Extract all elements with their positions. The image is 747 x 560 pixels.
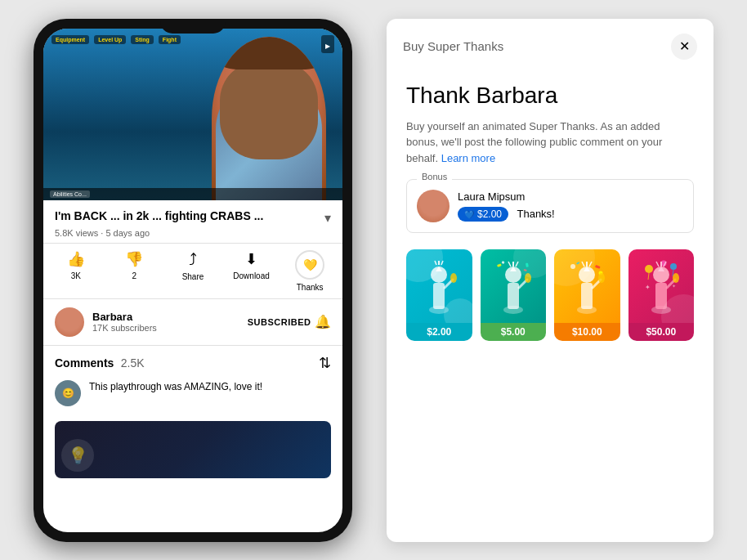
bonus-box: Bonus Laura Mipsum 💙 $2.00 Thanks! <box>406 179 694 233</box>
price-card-10-image <box>554 249 620 323</box>
card-1-decoration <box>406 249 472 323</box>
bonus-amount-text: $2.00 <box>477 208 502 220</box>
dec-circle-5 <box>554 249 595 286</box>
phone-notch <box>160 19 226 34</box>
game-tag-fight: Fight <box>159 35 181 44</box>
dec-circle-2 <box>444 298 472 323</box>
comments-title-row: Comments 2.5K <box>55 356 145 370</box>
card-3-decoration <box>554 249 620 323</box>
price-tag-50: $50.00 <box>628 323 695 341</box>
share-button[interactable]: ⤴ Share <box>172 250 213 292</box>
like-button[interactable]: 👍 3K <box>56 250 96 292</box>
video-logo-text: ▶ <box>325 43 330 50</box>
card-2-decoration <box>481 249 547 323</box>
video-bottom-bar: Abilities Co... <box>43 188 342 200</box>
bonus-heart-icon: 💙 <box>464 210 474 219</box>
dec-circle-3 <box>513 249 546 278</box>
bonus-username: Laura Mipsum <box>458 190 683 203</box>
next-video-icon: 💡 <box>68 446 88 465</box>
download-label: Download <box>233 271 269 280</box>
price-card-2[interactable]: $2.00 <box>406 249 472 341</box>
bonus-right: Laura Mipsum 💙 $2.00 Thanks! <box>458 190 683 222</box>
price-card-5[interactable]: $5.00 <box>481 249 547 341</box>
thanks-circle: 💛 <box>295 250 324 280</box>
channel-row: Barbara 17K subscribers SUBSCRIBED 🔔 <box>43 299 342 346</box>
chevron-down-icon[interactable]: ▾ <box>324 210 331 226</box>
share-icon: ⤴ <box>189 250 197 269</box>
comments-section: Comments 2.5K ⇅ 😊 This playthrough was A… <box>43 346 342 414</box>
dec-circle-1 <box>406 249 443 282</box>
video-thumbnail[interactable]: Equipment Level Up Sting Fight Abilities… <box>43 29 342 200</box>
avatar-image <box>55 307 84 337</box>
bonus-row: 💙 $2.00 Thanks! <box>458 206 683 222</box>
comments-header: Comments 2.5K ⇅ <box>55 354 331 372</box>
game-tag-equipment: Equipment <box>51 35 89 44</box>
subscribe-button[interactable]: SUBSCRIBED 🔔 <box>248 314 331 329</box>
subscribed-label: SUBSCRIBED <box>248 317 311 327</box>
person-hair <box>220 37 322 69</box>
video-person <box>212 37 326 200</box>
share-label: Share <box>182 272 204 281</box>
comment-item: 😊 This playthrough was AMAZING, love it! <box>55 380 331 406</box>
channel-info: Barbara 17K subscribers <box>92 311 248 333</box>
bonus-content: Laura Mipsum 💙 $2.00 Thanks! <box>417 190 683 222</box>
bonus-message-text: Thanks! <box>517 208 554 220</box>
next-video-thumbnail[interactable]: 💡 <box>55 421 331 478</box>
comments-count: 2.5K <box>121 356 145 370</box>
thumbs-down-icon: 👎 <box>125 250 143 268</box>
comment-avatar-icon: 😊 <box>62 388 74 399</box>
bonus-label: Bonus <box>417 172 452 181</box>
download-button[interactable]: ⬇ Download <box>231 250 272 292</box>
price-card-2-image <box>406 249 472 323</box>
bell-icon[interactable]: 🔔 <box>315 314 332 329</box>
thumbs-up-icon: 👍 <box>67 250 85 268</box>
thank-heading: Thank Barbara <box>406 83 694 109</box>
video-meta: 5.8K views · 5 days ago <box>55 228 331 238</box>
thanks-heart-icon: 💛 <box>303 258 317 271</box>
bonus-avatar-image <box>417 190 450 222</box>
learn-more-link[interactable]: Learn more <box>441 152 495 164</box>
scene: Equipment Level Up Sting Fight Abilities… <box>0 0 747 560</box>
card-4-decoration <box>628 249 695 323</box>
close-button[interactable]: ✕ <box>671 34 697 60</box>
dec-circle-7 <box>661 294 694 323</box>
price-tag-10: $10.00 <box>554 323 620 341</box>
panel-body: Thank Barbara Buy yourself an animated S… <box>387 69 713 542</box>
download-icon: ⬇ <box>245 250 257 268</box>
comments-title: Comments <box>55 356 114 370</box>
game-tag-level: Level Up <box>94 35 126 44</box>
video-title: I'm BACK ... in 2k ... fighting CRABS ..… <box>55 208 318 223</box>
video-logo: ▶ <box>321 35 334 53</box>
comment-avatar: 😊 <box>55 380 81 406</box>
super-thanks-panel: Buy Super Thanks ✕ Thank Barbara Buy you… <box>387 19 713 542</box>
channel-name: Barbara <box>92 311 248 323</box>
panel-title: Buy Super Thanks <box>403 39 503 53</box>
channel-avatar[interactable] <box>55 307 84 337</box>
price-card-5-image <box>481 249 547 323</box>
bottom-tag-1: Abilities Co... <box>50 190 90 198</box>
channel-subscribers: 17K subscribers <box>92 323 248 333</box>
price-card-10[interactable]: $10.00 <box>554 249 620 341</box>
phone-device: Equipment Level Up Sting Fight Abilities… <box>34 19 352 542</box>
bonus-amount-badge: 💙 $2.00 <box>458 207 508 222</box>
view-count: 5.8K views <box>55 228 98 238</box>
action-buttons-row: 👍 3K 👎 2 ⤴ Share ⬇ Download 💛 <box>43 244 342 299</box>
panel-header: Buy Super Thanks ✕ <box>387 19 713 69</box>
dislike-button[interactable]: 👎 2 <box>114 250 154 292</box>
comment-text: This playthrough was AMAZING, love it! <box>89 380 262 394</box>
price-tag-5: $5.00 <box>481 323 547 341</box>
video-info: I'm BACK ... in 2k ... fighting CRABS ..… <box>43 200 342 244</box>
dislike-count: 2 <box>132 271 137 280</box>
price-card-50[interactable]: ✦ ✦ $50.00 <box>628 249 695 341</box>
price-card-50-image: ✦ ✦ <box>628 249 695 323</box>
upload-time: 5 days ago <box>105 228 150 238</box>
price-tag-2: $2.00 <box>406 323 472 341</box>
like-count: 3K <box>71 271 81 280</box>
thank-description: Buy yourself an animated Super Thanks. A… <box>406 119 694 167</box>
next-video-light: 💡 <box>61 439 94 472</box>
bonus-avatar <box>417 190 450 222</box>
sort-icon[interactable]: ⇅ <box>319 354 331 372</box>
thanks-button[interactable]: 💛 Thanks <box>289 250 330 292</box>
game-tag-sting: Sting <box>131 35 154 44</box>
person-body <box>216 82 322 200</box>
